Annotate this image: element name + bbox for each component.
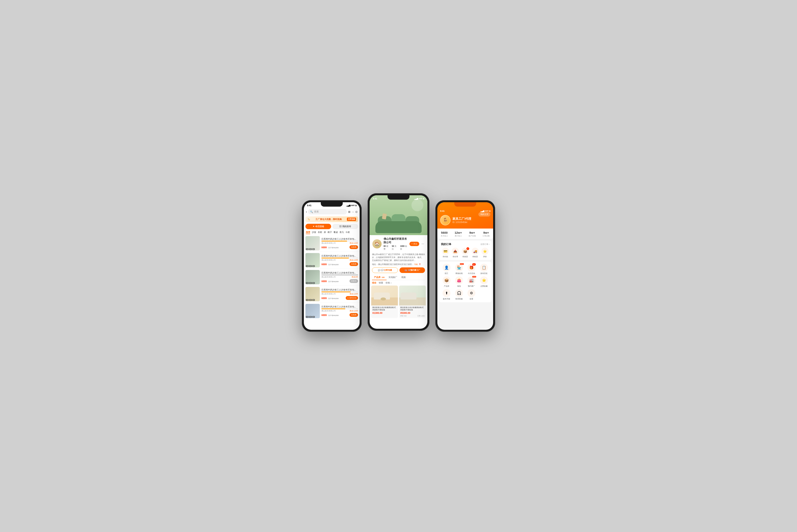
post-button[interactable]: ✈ 发布活动 <box>346 296 358 300</box>
company-name-5: 佛山家具有限公司 <box>321 310 336 312</box>
table-row[interactable]: 08 08 08 日系简约风沙发三人沙发布艺软包... 佛山家具有限公司 剩余1… <box>304 235 360 252</box>
order-pending-ship[interactable]: 📦 2 待发货 <box>461 248 470 258</box>
back-button[interactable]: ‹ <box>306 210 307 214</box>
tool-version-upgrade[interactable]: ⬆ 版本升级 <box>441 289 452 300</box>
company-name-center: 佛山市鑫旺轩家具有限公司 <box>383 237 408 244</box>
scan-icon[interactable]: ⊙ <box>355 210 358 213</box>
star-fav-icon: ⭐ <box>482 278 486 283</box>
ratings: 评价 520 <box>400 315 407 317</box>
orders-section: 我的订单 全部订单 › 💳 待付款 📤 待分享 <box>439 241 492 260</box>
factory-visit-icon: 🏭 <box>469 278 474 283</box>
tools-section: 👤 招工 🏪 NEW 商场在线 🎁 90+ <box>439 262 492 302</box>
activity-badge: 90+ <box>472 263 476 266</box>
pending-share-icon: 📤 <box>452 248 459 255</box>
list-item[interactable]: 新品首发云朵沙发最新款欧式风格客厅摇粒绒 ¥1300.00 <box>371 286 398 318</box>
cat-sofa[interactable]: 沙发 <box>312 231 316 234</box>
battery-icon-right: ▮ <box>489 210 490 212</box>
progress-fill-2 <box>321 258 349 259</box>
cat-tea[interactable]: 茶几 <box>340 231 344 234</box>
more-icon[interactable]: ··· <box>352 210 354 213</box>
up-arrow-icon: ⬆ <box>445 291 448 295</box>
banner-tag[interactable]: 立即抢购 <box>347 217 356 221</box>
customer-service-icon: 🎧 <box>455 289 463 297</box>
wallet-icon: 👛 <box>455 277 463 284</box>
visit-factory-button[interactable]: 🏭 🏭 预约看工厂 <box>399 267 425 273</box>
cat-bed[interactable]: 床 <box>324 231 326 234</box>
product-footer-1: ¥899 工厂价¥1299 去抢购 <box>321 245 358 249</box>
buy-button-1[interactable]: 去抢购 <box>349 245 358 249</box>
order-pending-receive[interactable]: 🚚 待收货 <box>471 248 480 258</box>
tab-products[interactable]: 产品库 100 <box>372 274 386 280</box>
tool-recruit[interactable]: 👤 招工 <box>441 264 452 275</box>
tool-settings[interactable]: ⚙ 设置 <box>466 289 477 300</box>
nav-icon: 📍 <box>419 263 421 266</box>
buy-button-2[interactable]: 去抢购 <box>349 262 358 266</box>
filter-icon[interactable]: ⊞ <box>348 210 350 213</box>
tool-wallet[interactable]: 👛 钱包 <box>454 277 465 287</box>
tool-post-history[interactable]: 📋 发布历史 <box>478 264 490 275</box>
product-info-1: 日系简约风沙发三人沙发布艺软包... 佛山家具有限公司 剩余120件 ¥899 … <box>321 238 358 249</box>
wallet-label: 钱包 <box>454 285 465 287</box>
contact-button[interactable]: 💬 💬 立即沟通 <box>372 267 398 273</box>
cat-wardrobe[interactable]: 衣柜 <box>318 231 322 234</box>
filter-comprehensive[interactable]: 综合 <box>372 281 376 284</box>
filter-price[interactable]: 价格 ↕ <box>385 281 392 284</box>
progress-bar-1 <box>321 241 358 242</box>
cat-recommend[interactable]: 推荐 <box>306 231 310 234</box>
cat-chair[interactable]: 椅子 <box>327 231 332 234</box>
cat-cabinet[interactable]: 斗柜 <box>345 231 350 234</box>
ship-badge: 2 <box>467 247 469 250</box>
grid-title-2: 新品首发云朵沙发最新款欧式风格客厅摇粒绒 <box>400 306 424 311</box>
banner-icon: 🏷️ <box>307 218 310 221</box>
tool-online-store[interactable]: 🏪 NEW 商场在线 <box>454 264 465 275</box>
list-item[interactable]: 新品首发云朵沙发最新款欧式风格客厅摇粒绒 ¥5300.00 评价 520 已售 … <box>399 286 426 318</box>
filter-sales[interactable]: 销量 <box>379 281 383 284</box>
homepage-button[interactable]: 我的主页 <box>478 212 490 216</box>
products-grid: 新品首发云朵沙发最新款欧式风格客厅摇粒绒 ¥1300.00 新品首发云朵沙发最新… <box>369 286 428 320</box>
person-icon: 👤 <box>444 265 449 270</box>
more-button[interactable]: ··· <box>421 242 425 246</box>
product-title-5: 日系简约风沙发三人沙发布艺软包... <box>321 305 358 308</box>
search-input-box[interactable]: 🔍 搜索 <box>308 209 347 214</box>
following-count: 50 关注 <box>392 245 398 250</box>
tool-today-activity[interactable]: 🎁 90+ 今日活动 <box>466 264 477 275</box>
tool-customer-service[interactable]: 🎧 联系客服 <box>454 289 465 300</box>
category-row: 推荐 沙发 衣柜 床 椅子 餐桌 茶几 斗柜 <box>304 230 360 235</box>
table-row[interactable]: 03 08 06 日系简约风沙发三人沙发布艺软包... 佛山家具有限公司 剩余0… <box>304 269 360 286</box>
banner-strip[interactable]: 🏷️ 工厂清仓大优惠，限时抢购 立即抢购 <box>305 216 358 222</box>
tab-videos[interactable]: 视频 <box>399 274 408 280</box>
follow-button[interactable]: + 关注 <box>410 242 419 246</box>
signal-icon-center: ▂▄▆ <box>414 198 418 200</box>
cat-dining[interactable]: 餐桌 <box>334 231 338 234</box>
active-price-2: ¥899 <box>321 263 327 266</box>
all-orders-link[interactable]: 全部订单 › <box>480 243 490 246</box>
tab-factory-visit[interactable]: 实地验厂 <box>386 274 399 280</box>
company-profile: 🏠 佛山市鑫旺轩家具有限公司 80 获赞 50 关注 <box>369 235 428 252</box>
new-badge-visit: NEW <box>472 276 476 278</box>
filter-row: 综合 销量 价格 ↕ <box>369 280 428 286</box>
table-row[interactable]: 03 08 08 日系简约风沙发三人沙发布艺软包... 佛山家具有限公司 剩余1… <box>304 303 360 320</box>
online-store-label: 商场在线 <box>454 272 465 275</box>
tool-product-library[interactable]: 📦 产品库 <box>441 277 452 287</box>
fans-count: 1000 粉丝 <box>400 245 408 250</box>
order-pending-pay[interactable]: 💳 待付款 <box>441 248 450 258</box>
stat-label-balance: 账户余额 <box>465 235 479 237</box>
table-row[interactable]: 03 08 06 日系简约风沙发三人沙发布艺软包... 佛山家具有限公司 剩余1… <box>304 286 360 303</box>
buy-button-5[interactable]: 去抢购 <box>349 313 358 317</box>
table-row[interactable]: 08 08 06 日系简约风沙发三人沙发布艺软包... 佛山家具有限公司 剩余1… <box>304 252 360 269</box>
grid-info-2: 新品首发云朵沙发最新款欧式风格客厅摇粒绒 ¥5300.00 评价 520 已售 … <box>399 305 426 318</box>
profile-row: 🏠 佛山市鑫旺轩家具有限公司 80 获赞 50 关注 <box>372 237 425 250</box>
tool-book-visit[interactable]: 🏭 NEW 预约看厂 <box>466 277 477 287</box>
search-icon: 🔍 <box>310 210 313 213</box>
nav-button[interactable]: 导航 <box>414 263 418 266</box>
tab-today-activity[interactable]: ✦ 今日活动 <box>305 224 331 229</box>
order-review[interactable]: ⭐ 评价 <box>480 248 490 258</box>
time-right: 9:41 <box>440 210 444 212</box>
thumb-tag: 08 <box>306 248 309 250</box>
order-pending-share[interactable]: 📤 待分享 <box>451 248 460 258</box>
tool-likes-favorites[interactable]: ⭐ 点赞收藏 <box>478 277 490 287</box>
grid-meta-2: 评价 520 已售 1200 <box>400 315 424 317</box>
count-1: 剩余120件 <box>350 242 358 245</box>
product-footer-2: ¥899 工厂价¥1299 去抢购 <box>321 262 358 266</box>
tab-my-posts[interactable]: ▤ 我的发布 <box>333 224 358 229</box>
